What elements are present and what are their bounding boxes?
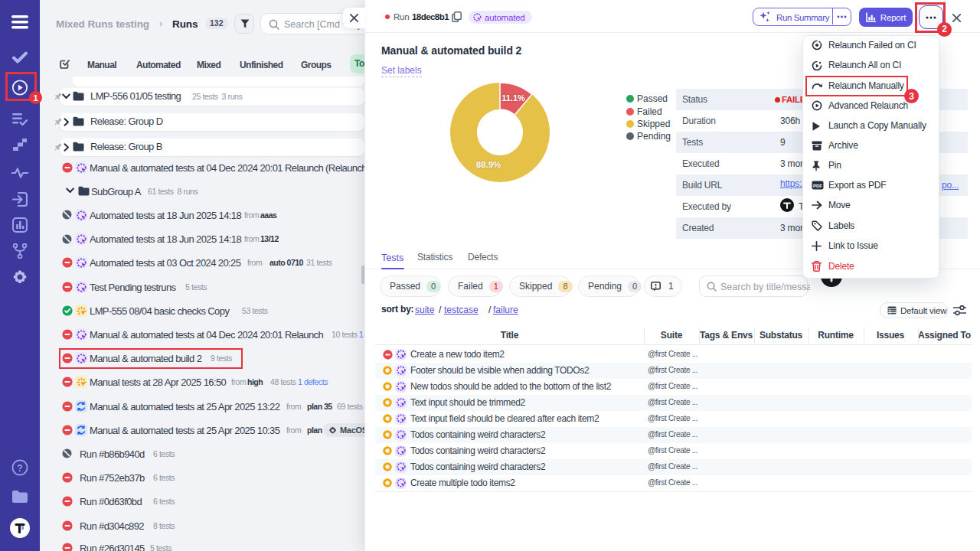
svg-text:PDF: PDF: [813, 183, 822, 187]
svg-text:?: ?: [17, 463, 22, 474]
svg-text:88.9%: 88.9%: [476, 160, 501, 169]
svg-text:11.1%: 11.1%: [501, 93, 525, 103]
